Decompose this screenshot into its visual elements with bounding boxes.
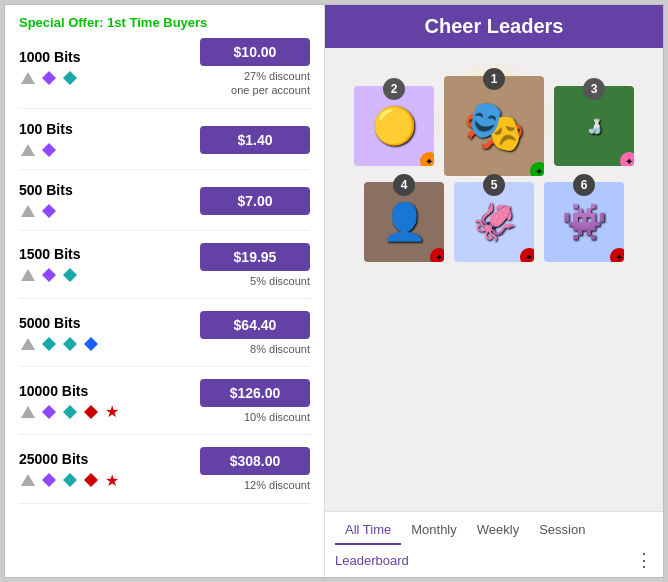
star-badge-1: ✦ — [530, 162, 544, 176]
discount-text-1500: 5% discount — [200, 274, 310, 288]
more-icon[interactable]: ⋮ — [635, 549, 653, 571]
rank-badge-2: 2 — [383, 78, 405, 100]
svg-marker-5 — [21, 205, 35, 217]
gem-red-icon — [82, 403, 100, 421]
price-btn-10000[interactable]: $126.00 — [200, 379, 310, 407]
leader-rank5: 5 🦑 ✦ — [454, 182, 534, 262]
bits-row-500: 500 Bits $7.00 — [19, 182, 310, 231]
gem-purple-icon — [40, 202, 58, 220]
bits-icons-25000: ★ — [19, 471, 200, 489]
rank-badge-6: 6 — [573, 174, 595, 196]
star-badge-6: ✦ — [610, 248, 624, 262]
gem-gray-icon — [19, 141, 37, 159]
star-badge-5: ✦ — [520, 248, 534, 262]
svg-marker-0 — [21, 72, 35, 84]
svg-marker-11 — [42, 337, 56, 351]
svg-marker-8 — [42, 268, 56, 282]
gem-gray-icon — [19, 202, 37, 220]
leader-rank1: 1 🎭 ✦ — [444, 76, 544, 176]
rank-badge-1: 1 — [483, 68, 505, 90]
bits-row-25000: 25000 Bits ★ $308.00 12% discount — [19, 447, 310, 503]
bits-row-100: 100 Bits $1.40 — [19, 121, 310, 170]
svg-marker-15 — [42, 405, 56, 419]
rank-badge-3: 3 — [583, 78, 605, 100]
bits-info-5000: 5000 Bits — [19, 315, 200, 353]
price-btn-500[interactable]: $7.00 — [200, 187, 310, 215]
price-btn-5000[interactable]: $64.40 — [200, 311, 310, 339]
gem-gray-icon — [19, 266, 37, 284]
svg-marker-14 — [21, 406, 35, 418]
bits-row-1000: 1000 Bits $10.00 27% discountone per acc… — [19, 38, 310, 109]
bits-list: 1000 Bits $10.00 27% discountone per acc… — [19, 38, 310, 504]
gem-gray-icon — [19, 69, 37, 87]
gem-purple-icon — [40, 471, 58, 489]
leader-rank3: 3 🍶 ✦ — [554, 86, 634, 166]
gem-red-icon — [82, 471, 100, 489]
svg-marker-4 — [42, 143, 56, 157]
special-offer-label: Special Offer: 1st Time Buyers — [19, 15, 310, 30]
price-section-10000: $126.00 10% discount — [200, 379, 310, 424]
price-btn-1500[interactable]: $19.95 — [200, 243, 310, 271]
bits-label-500: 500 Bits — [19, 182, 200, 198]
bits-label-1000: 1000 Bits — [19, 49, 200, 65]
svg-marker-13 — [84, 337, 98, 351]
bits-row-5000: 5000 Bits $64.40 8% discount — [19, 311, 310, 367]
bits-info-25000: 25000 Bits ★ — [19, 451, 200, 489]
bits-store-panel: Special Offer: 1st Time Buyers 1000 Bits… — [5, 5, 325, 577]
leader-rank4: 4 👤 ✦ — [364, 182, 444, 262]
svg-marker-19 — [42, 473, 56, 487]
price-btn-25000[interactable]: $308.00 — [200, 447, 310, 475]
svg-marker-18 — [21, 474, 35, 486]
svg-marker-21 — [84, 473, 98, 487]
gem-teal-icon — [40, 335, 58, 353]
price-section-25000: $308.00 12% discount — [200, 447, 310, 492]
tab-session[interactable]: Session — [529, 518, 595, 545]
gem-purple-icon — [40, 403, 58, 421]
price-section-100: $1.40 — [200, 126, 310, 154]
bits-row-1500: 1500 Bits $19.95 5% discount — [19, 243, 310, 299]
price-btn-100[interactable]: $1.40 — [200, 126, 310, 154]
bits-icons-500 — [19, 202, 200, 220]
svg-marker-1 — [42, 71, 56, 85]
bits-row-10000: 10000 Bits ★ $126.00 10% discount — [19, 379, 310, 435]
svg-marker-7 — [21, 269, 35, 281]
star-badge-3: ✦ — [620, 152, 634, 166]
gem-blue-icon — [82, 335, 100, 353]
gem-teal-icon — [61, 403, 79, 421]
leaderboard-area: 2 🟡 ✦ 1 🎭 ✦ 3 — [325, 48, 663, 511]
bits-info-10000: 10000 Bits ★ — [19, 383, 200, 421]
gem-teal-icon — [61, 69, 79, 87]
price-section-1500: $19.95 5% discount — [200, 243, 310, 288]
leaderboard-link[interactable]: Leaderboard — [335, 553, 409, 568]
gem-gray-icon — [19, 403, 37, 421]
tab-weekly[interactable]: Weekly — [467, 518, 529, 545]
bottom3-row: 4 👤 ✦ 5 🦑 ✦ 6 — [333, 182, 655, 262]
rank-badge-5: 5 — [483, 174, 505, 196]
bits-label-1500: 1500 Bits — [19, 246, 200, 262]
bits-info-500: 500 Bits — [19, 182, 200, 220]
discount-text-25000: 12% discount — [200, 478, 310, 492]
leaderboard-footer: Leaderboard ⋮ — [325, 545, 663, 577]
tab-monthly[interactable]: Monthly — [401, 518, 467, 545]
gem-purple-icon — [40, 141, 58, 159]
tab-alltime[interactable]: All Time — [335, 518, 401, 545]
bits-icons-1000 — [19, 69, 200, 87]
gem-teal-icon — [61, 335, 79, 353]
svg-marker-2 — [63, 71, 77, 85]
cheer-leaders-panel: Cheer Leaders 2 🟡 ✦ 1 🎭 ✦ — [325, 5, 663, 577]
bits-info-100: 100 Bits — [19, 121, 200, 159]
bits-icons-100 — [19, 141, 200, 159]
tabs-row: All Time Monthly Weekly Session — [325, 511, 663, 545]
bits-label-25000: 25000 Bits — [19, 451, 200, 467]
star-badge-2: ✦ — [420, 152, 434, 166]
gem-purple-icon — [40, 69, 58, 87]
gem-star-icon: ★ — [103, 471, 121, 489]
svg-marker-12 — [63, 337, 77, 351]
gem-teal-icon — [61, 471, 79, 489]
gem-teal-icon — [61, 266, 79, 284]
gem-star-icon: ★ — [103, 403, 121, 421]
price-btn-1000[interactable]: $10.00 — [200, 38, 310, 66]
svg-marker-16 — [63, 405, 77, 419]
price-section-1000: $10.00 27% discountone per account — [200, 38, 310, 98]
bits-icons-10000: ★ — [19, 403, 200, 421]
